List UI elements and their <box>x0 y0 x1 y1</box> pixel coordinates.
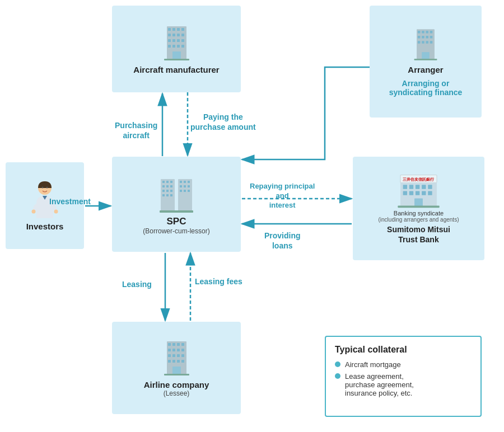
svg-rect-81 <box>428 191 432 195</box>
investors-title: Investors <box>26 222 64 231</box>
svg-rect-49 <box>170 181 172 183</box>
svg-rect-37 <box>426 36 428 39</box>
svg-rect-68 <box>160 210 193 213</box>
svg-rect-41 <box>426 41 428 44</box>
svg-point-105 <box>46 187 48 189</box>
collateral-dot-1 <box>335 361 340 367</box>
svg-rect-102 <box>164 374 189 375</box>
arranger-box: Arranger Arranging orsyndicating finance <box>370 6 482 118</box>
svg-rect-55 <box>170 190 172 192</box>
svg-rect-64 <box>188 185 190 187</box>
collateral-item-2-text: Lease agreement,purchase agreement,insur… <box>345 372 414 397</box>
svg-rect-77 <box>403 191 407 195</box>
svg-rect-87 <box>177 343 180 346</box>
spc-building-icon <box>160 173 193 214</box>
arranger-building-icon <box>412 26 440 63</box>
repaying-label: Repaying principalandinterest <box>250 182 315 210</box>
collateral-box: Typical collateral Aircraft mortgage Lea… <box>325 336 482 417</box>
svg-rect-74 <box>416 185 419 189</box>
svg-rect-99 <box>177 360 180 363</box>
svg-rect-22 <box>177 39 180 42</box>
svg-point-104 <box>41 187 43 189</box>
svg-rect-54 <box>166 190 169 192</box>
svg-rect-88 <box>181 343 184 346</box>
spc-title: SPC <box>167 216 186 227</box>
svg-point-106 <box>31 210 35 214</box>
arranger-title: Arranger <box>408 65 443 74</box>
paying-label: Paying thepurchase amount <box>190 112 256 132</box>
svg-rect-60 <box>184 181 186 183</box>
svg-rect-67 <box>188 190 190 192</box>
collateral-item-1: Aircraft mortgage <box>335 360 472 369</box>
svg-rect-23 <box>181 39 184 42</box>
svg-rect-27 <box>181 45 184 48</box>
svg-rect-83 <box>398 205 439 208</box>
svg-rect-43 <box>422 52 430 60</box>
leasing-label: Leasing <box>122 280 152 289</box>
svg-rect-17 <box>172 34 175 36</box>
svg-rect-42 <box>430 41 433 44</box>
svg-rect-44 <box>414 59 437 60</box>
airline-subtitle: (Lessee) <box>164 389 190 397</box>
svg-rect-65 <box>180 190 182 192</box>
svg-rect-33 <box>426 31 428 34</box>
svg-rect-94 <box>172 354 175 357</box>
svg-rect-62 <box>180 185 182 187</box>
collateral-dot-2 <box>335 373 340 379</box>
banking-syndicate-box: 三井住友信託銀行 Banking syndicate (including ar… <box>353 157 484 260</box>
svg-rect-50 <box>162 185 165 187</box>
svg-rect-46 <box>178 179 192 212</box>
svg-rect-20 <box>168 39 171 42</box>
aircraft-building-icon <box>161 24 192 63</box>
svg-rect-91 <box>177 349 180 351</box>
collateral-title: Typical collateral <box>335 345 472 355</box>
airline-company-box: Airline company (Lessee) <box>112 322 241 414</box>
svg-rect-47 <box>162 181 165 183</box>
aircraft-manufacturer-box: Aircraft manufacturer <box>112 6 241 92</box>
svg-rect-39 <box>418 41 421 44</box>
spc-subtitle: (Borrower-cum-lessor) <box>143 227 209 235</box>
svg-rect-66 <box>184 190 186 192</box>
svg-rect-80 <box>422 191 426 195</box>
airline-building-icon <box>161 339 192 378</box>
airline-title: Airline company <box>144 380 209 389</box>
svg-rect-52 <box>170 185 172 187</box>
svg-rect-35 <box>418 36 421 39</box>
svg-rect-79 <box>416 191 419 195</box>
svg-rect-18 <box>177 34 180 36</box>
svg-rect-82 <box>414 198 423 206</box>
svg-rect-26 <box>177 45 180 48</box>
svg-rect-85 <box>168 343 171 346</box>
svg-rect-25 <box>172 45 175 48</box>
svg-rect-53 <box>162 190 165 192</box>
svg-rect-12 <box>168 28 171 31</box>
svg-rect-90 <box>172 349 175 351</box>
svg-rect-58 <box>170 194 172 196</box>
svg-rect-78 <box>409 191 413 195</box>
svg-rect-96 <box>181 354 184 357</box>
svg-rect-92 <box>181 349 184 351</box>
collateral-item-1-text: Aircraft mortgage <box>345 360 401 369</box>
svg-rect-93 <box>168 354 171 357</box>
svg-text:三井住友信託銀行: 三井住友信託銀行 <box>403 177 435 182</box>
bank-building-icon: 三井住友信託銀行 <box>398 172 440 209</box>
svg-point-107 <box>54 210 58 214</box>
svg-rect-48 <box>166 181 169 183</box>
svg-rect-100 <box>181 360 184 363</box>
svg-rect-24 <box>168 45 171 48</box>
svg-rect-51 <box>166 185 169 187</box>
svg-rect-16 <box>168 34 171 36</box>
svg-rect-21 <box>172 39 175 42</box>
svg-rect-57 <box>166 194 169 196</box>
purchasing-label: Purchasingaircraft <box>115 120 157 140</box>
svg-rect-101 <box>172 367 181 375</box>
svg-rect-36 <box>422 36 424 39</box>
svg-rect-75 <box>422 185 426 189</box>
svg-rect-97 <box>168 360 171 363</box>
bank-main-title: Sumitomo MitsuiTrust Bank <box>387 224 450 245</box>
svg-rect-56 <box>162 194 165 196</box>
bank-syndicate-label: Banking syndicate <box>394 210 444 217</box>
collateral-item-2: Lease agreement,purchase agreement,insur… <box>335 372 472 397</box>
svg-rect-76 <box>428 185 432 189</box>
svg-rect-72 <box>403 185 407 189</box>
